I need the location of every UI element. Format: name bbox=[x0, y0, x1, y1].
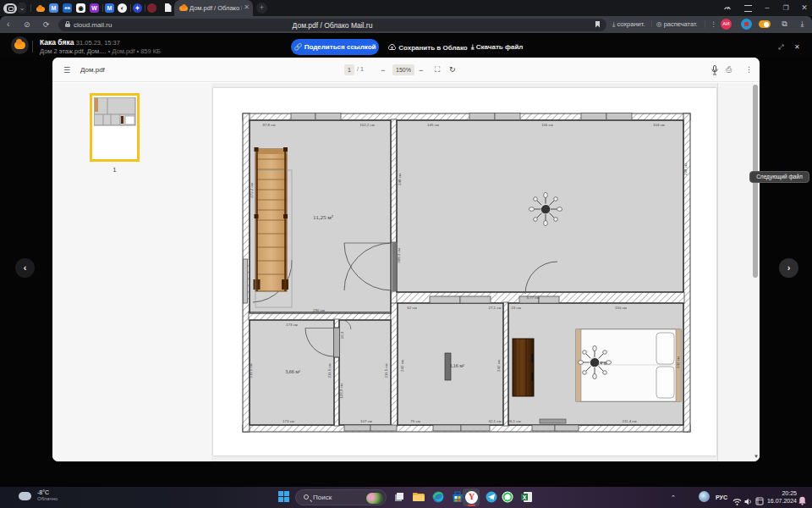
svg-text:211,5 см: 211,5 см bbox=[249, 363, 253, 378]
svg-text:97,8 см: 97,8 см bbox=[263, 123, 276, 127]
svg-text:62 см: 62 см bbox=[407, 306, 416, 310]
svg-text:104 см: 104 см bbox=[653, 123, 665, 127]
svg-text:211,5 см: 211,5 см bbox=[384, 363, 388, 378]
svg-text:298 см: 298 см bbox=[683, 163, 688, 175]
svg-text:211,5 см: 211,5 см bbox=[327, 363, 332, 378]
svg-text:11,25 м²: 11,25 м² bbox=[313, 214, 333, 221]
svg-text:32,1 см: 32,1 см bbox=[489, 419, 502, 423]
svg-text:145 см: 145 см bbox=[427, 123, 439, 127]
svg-text:242 см: 242 см bbox=[400, 360, 404, 372]
svg-text:75 см: 75 см bbox=[410, 419, 420, 423]
svg-text:116 см: 116 см bbox=[541, 123, 552, 127]
svg-text:173 см: 173 см bbox=[283, 419, 294, 423]
svg-text:150 см: 150 см bbox=[615, 306, 627, 310]
svg-text:9,4 м: 9,4 м bbox=[596, 361, 607, 366]
svg-text:211,4 см: 211,4 см bbox=[622, 419, 636, 423]
svg-text:248 см: 248 см bbox=[398, 174, 402, 185]
svg-text:27,1 см: 27,1 см bbox=[489, 306, 502, 310]
svg-text:242 см: 242 см bbox=[676, 356, 680, 368]
svg-text:272,2 см: 272,2 см bbox=[250, 183, 254, 197]
svg-text:107 см: 107 см bbox=[360, 419, 372, 423]
svg-text:26,1 см: 26,1 см bbox=[508, 419, 521, 423]
svg-text:398,3 см: 398,3 см bbox=[397, 248, 401, 262]
svg-text:23 см: 23 см bbox=[511, 306, 520, 310]
svg-text:5,77 см: 5,77 см bbox=[527, 295, 540, 300]
svg-text:126,3 см: 126,3 см bbox=[339, 384, 343, 398]
svg-text:X: X bbox=[523, 494, 527, 500]
svg-text:16,3: 16,3 bbox=[340, 331, 344, 339]
svg-text:3,66 м²: 3,66 м² bbox=[285, 369, 300, 374]
svg-text:102,2 см: 102,2 см bbox=[359, 123, 374, 127]
svg-text:3,16 м²: 3,16 м² bbox=[449, 363, 464, 368]
svg-text:242 см: 242 см bbox=[497, 360, 501, 372]
svg-text:290 см: 290 см bbox=[313, 308, 325, 312]
svg-text:173 см: 173 см bbox=[286, 323, 298, 327]
